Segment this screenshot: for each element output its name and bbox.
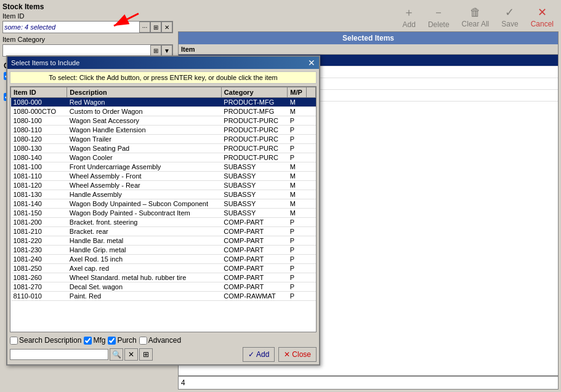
table-row[interactable]: 1080-120 Wagon Trailer PRODUCT-PURC P xyxy=(11,135,316,144)
col-header-mp: M/P xyxy=(288,87,307,98)
save-label: Save xyxy=(501,20,518,28)
item-id-grid-button[interactable]: ⊞ xyxy=(150,22,161,33)
search-desc-checkbox[interactable] xyxy=(10,337,18,345)
cancel-icon: ✕ xyxy=(538,6,547,19)
selected-items-col-header: Item xyxy=(179,44,558,55)
cell-mp: M xyxy=(288,107,307,116)
search-input[interactable] xyxy=(10,349,108,360)
search-extra-button[interactable]: ⊞ xyxy=(139,348,153,361)
search-row: Search Description Mfg Purch Advanced xyxy=(10,336,317,345)
cell-cat: SUBASSY xyxy=(221,209,287,218)
dialog-close-button[interactable]: ✕ xyxy=(308,58,315,67)
table-row[interactable]: 1081-110 Wheel Assembly - Front SUBASSY … xyxy=(11,172,316,181)
table-row[interactable]: 1080-130 Wagon Seating Pad PRODUCT-PURC … xyxy=(11,144,316,153)
save-button[interactable]: ✓ Save xyxy=(501,6,518,28)
save-icon: ✓ xyxy=(505,6,514,19)
cell-id: 1080-000CTO xyxy=(11,107,67,116)
dialog-instruction: To select: Click the Add button, or pres… xyxy=(10,71,317,84)
table-row[interactable]: 1080-000CTO Custom to Order Wagon PRODUC… xyxy=(11,107,316,116)
cell-cat: SUBASSY xyxy=(221,199,287,209)
cell-mp: M xyxy=(288,181,307,190)
cell-cat: SUBASSY xyxy=(221,181,287,190)
search-desc-label[interactable]: Search Description xyxy=(10,336,81,345)
table-row[interactable]: 1081-100 Front Undercarriage Assembly SU… xyxy=(11,162,316,172)
cell-cat: COMP-PART xyxy=(221,236,287,246)
cell-desc: Handle Grip. metal xyxy=(67,246,222,255)
item-id-value: some: 4 selected xyxy=(3,23,139,31)
cell-id: 1081-140 xyxy=(11,199,67,209)
search-input-row: 🔍 ✕ ⊞ ✓ Add ✕ Close xyxy=(10,347,317,362)
table-row[interactable]: 1081-120 Wheel Assembly - Rear SUBASSY M xyxy=(11,181,316,190)
cell-mp: P xyxy=(288,264,307,273)
clear-all-button[interactable]: 🗑 Clear All xyxy=(462,6,490,28)
cell-desc: Wheel Assembly - Front xyxy=(67,172,222,181)
table-row[interactable]: 1081-130 Handle Assembly SUBASSY M xyxy=(11,190,316,199)
add-checkmark-icon: ✓ xyxy=(248,350,254,359)
cell-cat: COMP-PART xyxy=(221,282,287,292)
cell-mp: P xyxy=(288,255,307,264)
table-row[interactable]: 1081-230 Handle Grip. metal COMP-PART P xyxy=(11,246,316,255)
search-go-button[interactable]: 🔍 xyxy=(110,348,123,361)
clear-all-label: Clear All xyxy=(462,20,490,28)
item-cat-down-button[interactable]: ▼ xyxy=(161,45,172,56)
mfg-checkbox[interactable] xyxy=(84,337,92,345)
search-clear-button[interactable]: ✕ xyxy=(124,348,138,361)
cell-id: 1080-130 xyxy=(11,144,67,153)
cancel-button[interactable]: ✕ Cancel xyxy=(531,6,554,28)
cell-mp: P xyxy=(288,116,307,126)
cell-mp: P xyxy=(288,144,307,153)
advanced-label[interactable]: Advanced xyxy=(139,336,181,345)
add-action-button[interactable]: ✓ Add xyxy=(243,347,275,362)
cell-desc: Wagon Trailer xyxy=(67,135,222,144)
selected-items-title: Selected Items xyxy=(179,32,558,44)
table-row[interactable]: 1080-100 Wagon Seat Accessory PRODUCT-PU… xyxy=(11,116,316,126)
cell-mp: P xyxy=(288,153,307,162)
cell-desc: Wagon Handle Extension xyxy=(67,126,222,135)
table-row[interactable]: 8110-010 Paint. Red COMP-RAWMAT P xyxy=(11,292,316,301)
table-row[interactable]: 1081-140 Wagon Body Unpainted – Subcon C… xyxy=(11,199,316,209)
item-cat-grid-button[interactable]: ⊞ xyxy=(150,45,161,56)
cell-id: 1081-210 xyxy=(11,227,67,236)
cell-desc: Wagon Seating Pad xyxy=(67,144,222,153)
table-row[interactable]: 1080-140 Wagon Cooler PRODUCT-PURC P xyxy=(11,153,316,162)
table-row[interactable]: 1081-150 Wagon Body Painted - Subcontrac… xyxy=(11,209,316,218)
search-desc-text: Search Description xyxy=(19,336,81,345)
table-row[interactable]: 1080-000 Red Wagon PRODUCT-MFG M xyxy=(11,98,316,107)
table-row[interactable]: 1081-250 Axel cap. red COMP-PART P xyxy=(11,264,316,273)
table-row[interactable]: 1081-210 Bracket. rear COMP-PART P xyxy=(11,227,316,236)
purch-text: Purch xyxy=(117,336,136,345)
cell-desc: Bracket. front. steering xyxy=(67,218,222,227)
cell-mp: M xyxy=(288,190,307,199)
delete-button[interactable]: － Delete xyxy=(428,5,450,29)
purch-label[interactable]: Purch xyxy=(108,336,136,345)
purch-checkbox[interactable] xyxy=(108,337,116,345)
cell-id: 1081-100 xyxy=(11,162,67,172)
mfg-label[interactable]: Mfg xyxy=(84,336,105,345)
close-action-button[interactable]: ✕ Close xyxy=(278,347,317,362)
table-row[interactable]: 1081-200 Bracket. front. steering COMP-P… xyxy=(11,218,316,227)
cell-mp: M xyxy=(288,162,307,172)
cell-desc: Wagon Body Painted - Subcontract Item xyxy=(67,209,222,218)
cell-cat: COMP-PART xyxy=(221,227,287,236)
cell-id: 1080-100 xyxy=(11,116,67,126)
advanced-text: Advanced xyxy=(148,336,181,345)
cell-id: 1081-240 xyxy=(11,255,67,264)
cell-desc: Axel Rod. 15 inch xyxy=(67,255,222,264)
cell-desc: Wheel Standard. metal hub. rubber tire xyxy=(67,273,222,282)
table-row[interactable]: 1081-220 Handle Bar. metal COMP-PART P xyxy=(11,236,316,246)
add-action-label: Add xyxy=(256,350,269,359)
add-label: Add xyxy=(403,20,416,29)
cell-mp: P xyxy=(288,292,307,301)
cell-mp: M xyxy=(288,172,307,181)
item-id-clear-button[interactable]: ✕ xyxy=(161,22,172,33)
table-row[interactable]: 1080-110 Wagon Handle Extension PRODUCT-… xyxy=(11,126,316,135)
item-category-input[interactable] xyxy=(3,46,150,55)
advanced-checkbox[interactable] xyxy=(139,337,147,345)
table-row[interactable]: 1081-270 Decal Set. wagon COMP-PART P xyxy=(11,282,316,292)
item-id-browse-button[interactable]: ··· xyxy=(139,22,150,33)
table-row[interactable]: 1081-240 Axel Rod. 15 inch COMP-PART P xyxy=(11,255,316,264)
dialog-title: Select Items to Include xyxy=(11,59,79,66)
cell-desc: Front Undercarriage Assembly xyxy=(67,162,222,172)
add-button[interactable]: ＋ Add xyxy=(403,5,416,29)
table-row[interactable]: 1081-260 Wheel Standard. metal hub. rubb… xyxy=(11,273,316,282)
